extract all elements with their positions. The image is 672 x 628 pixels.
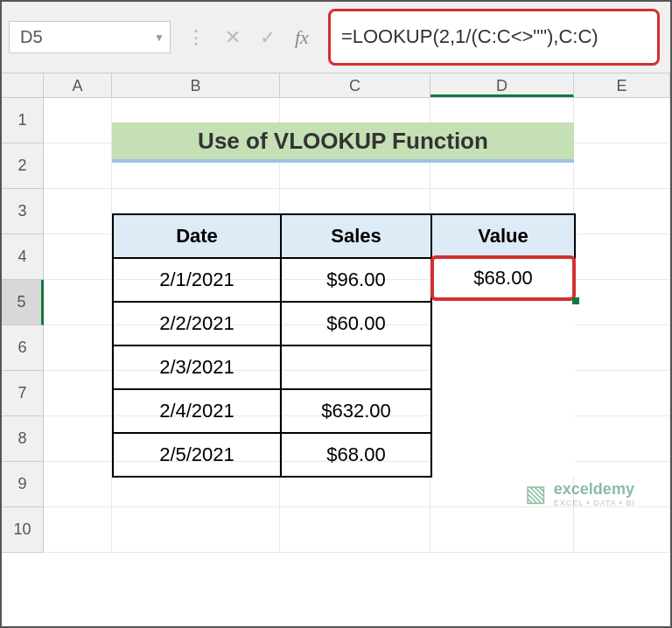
watermark: ▧ exceldemy EXCEL • DATA • BI: [525, 480, 635, 507]
name-box-value: D5: [20, 27, 43, 47]
cell[interactable]: [112, 507, 280, 553]
cell-date[interactable]: 2/2/2021: [113, 302, 281, 345]
dropdown-icon[interactable]: ▼: [154, 31, 164, 44]
cell[interactable]: [44, 416, 112, 462]
name-box[interactable]: D5 ▼: [9, 21, 171, 53]
cell[interactable]: [574, 507, 670, 553]
cell-sales[interactable]: $68.00: [281, 433, 431, 477]
cell-date[interactable]: 2/1/2021: [113, 258, 281, 302]
cell[interactable]: [44, 325, 112, 371]
result-value: $68.00: [473, 267, 532, 290]
cell-sales[interactable]: $632.00: [281, 389, 431, 433]
dots-icon: ⋮: [186, 26, 206, 49]
watermark-brand: exceldemy: [554, 480, 635, 499]
sheet-title: Use of VLOOKUP Function: [112, 122, 574, 163]
cell[interactable]: [280, 507, 430, 553]
row-header[interactable]: 4: [2, 234, 44, 280]
header-value[interactable]: Value: [431, 214, 575, 258]
cell[interactable]: [574, 189, 670, 234]
cell[interactable]: [574, 234, 670, 280]
column-headers: A B C D E: [2, 73, 670, 98]
header-sales[interactable]: Sales: [281, 214, 431, 258]
row-header[interactable]: 6: [2, 325, 44, 371]
formula-input[interactable]: =LOOKUP(2,1/(C:C<>""),C:C): [328, 9, 660, 66]
cell[interactable]: [44, 507, 112, 553]
table-header-row: Date Sales Value: [113, 214, 575, 258]
spreadsheet-grid[interactable]: A B C D E 1 2 3 4 5 6 7 8 9 10 Use of VL…: [2, 73, 670, 553]
row-header[interactable]: 5: [2, 280, 44, 325]
cancel-icon[interactable]: ✕: [225, 26, 241, 49]
cell[interactable]: [574, 371, 670, 416]
formula-bar: D5 ▼ ⋮ ✕ ✓ fx =LOOKUP(2,1/(C:C<>""),C:C): [2, 2, 670, 73]
col-header-A[interactable]: A: [44, 73, 112, 97]
cell[interactable]: [430, 507, 574, 553]
enter-icon[interactable]: ✓: [260, 26, 276, 49]
col-header-E[interactable]: E: [574, 73, 670, 97]
cell[interactable]: [574, 416, 670, 462]
result-cell-D5[interactable]: $68.00: [430, 255, 576, 301]
row-header[interactable]: 2: [2, 143, 44, 189]
cell[interactable]: [44, 234, 112, 280]
watermark-tagline: EXCEL • DATA • BI: [554, 499, 635, 507]
cell-sales[interactable]: $96.00: [281, 258, 431, 302]
cell[interactable]: [574, 98, 670, 143]
row-header[interactable]: 8: [2, 416, 44, 462]
cell[interactable]: [574, 280, 670, 325]
cell[interactable]: [44, 189, 112, 234]
fx-icon[interactable]: fx: [295, 26, 309, 49]
cell-sales[interactable]: $60.00: [281, 302, 431, 345]
row-header[interactable]: 3: [2, 189, 44, 234]
cell[interactable]: [44, 371, 112, 416]
cell-date[interactable]: 2/5/2021: [113, 433, 281, 477]
cell[interactable]: [574, 325, 670, 371]
row-header[interactable]: 10: [2, 507, 44, 553]
cell-sales[interactable]: [281, 345, 431, 389]
formula-bar-icons: ⋮ ✕ ✓ fx: [171, 2, 325, 73]
cell[interactable]: [44, 143, 112, 189]
cell[interactable]: [44, 98, 112, 143]
cell[interactable]: [44, 280, 112, 325]
col-header-C[interactable]: C: [280, 73, 430, 97]
watermark-logo-icon: ▧: [525, 480, 547, 507]
col-header-B[interactable]: B: [112, 73, 280, 97]
cell[interactable]: [44, 462, 112, 507]
cell[interactable]: [574, 143, 670, 189]
cell-date[interactable]: 2/3/2021: [113, 345, 281, 389]
row-header[interactable]: 1: [2, 98, 44, 143]
data-table: Date Sales Value 2/1/2021 $96.00 2/2/202…: [112, 213, 576, 478]
selection-handle[interactable]: [572, 297, 579, 304]
header-date[interactable]: Date: [113, 214, 281, 258]
row-header[interactable]: 9: [2, 462, 44, 507]
col-header-D[interactable]: D: [430, 73, 574, 97]
cell-date[interactable]: 2/4/2021: [113, 389, 281, 433]
row-header[interactable]: 7: [2, 371, 44, 416]
select-all-corner[interactable]: [2, 73, 44, 97]
formula-text: =LOOKUP(2,1/(C:C<>""),C:C): [341, 24, 598, 50]
